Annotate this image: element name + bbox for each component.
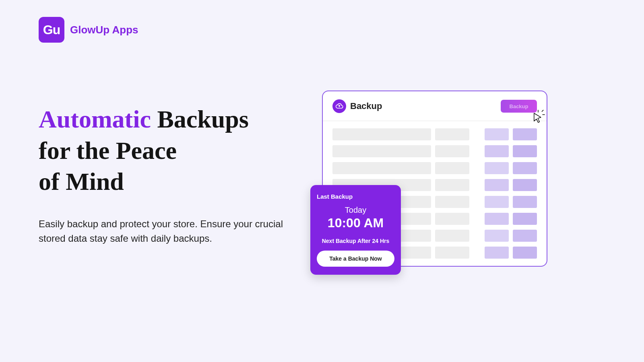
table-row — [332, 145, 537, 157]
cursor-click-icon — [531, 110, 545, 123]
last-backup-card: Last Backup Today 10:00 AM Next Backup A… — [310, 185, 401, 275]
table-row — [332, 162, 537, 174]
take-backup-now-button[interactable]: Take a Backup Now — [317, 251, 394, 267]
last-backup-time: 10:00 AM — [317, 216, 394, 230]
hero-headline: Automatic Backups for the Peace of Mind — [39, 104, 296, 197]
app-header-left: Backup — [332, 99, 382, 113]
hero-headline-part1: Backups — [151, 105, 249, 133]
hero-copy: Automatic Backups for the Peace of Mind … — [39, 104, 296, 246]
hero-body: Easily backup and protect your store. En… — [39, 217, 296, 246]
brand: Gu GlowUp Apps — [39, 17, 138, 43]
brand-name: GlowUp Apps — [70, 24, 138, 36]
hero-headline-line3: of Mind — [39, 168, 124, 195]
hero-headline-line2: for the Peace — [39, 137, 177, 164]
brand-logo-mark: Gu — [39, 17, 64, 43]
app-header: Backup Backup — [323, 91, 547, 121]
app-title: Backup — [350, 101, 382, 111]
cloud-upload-icon — [332, 99, 346, 113]
last-backup-day: Today — [317, 206, 394, 215]
next-backup-text: Next Backup After 24 Hrs — [317, 238, 394, 244]
svg-line-2 — [542, 110, 543, 111]
table-row — [332, 128, 537, 140]
last-backup-label: Last Backup — [317, 193, 394, 200]
hero-headline-accent: Automatic — [39, 105, 151, 133]
